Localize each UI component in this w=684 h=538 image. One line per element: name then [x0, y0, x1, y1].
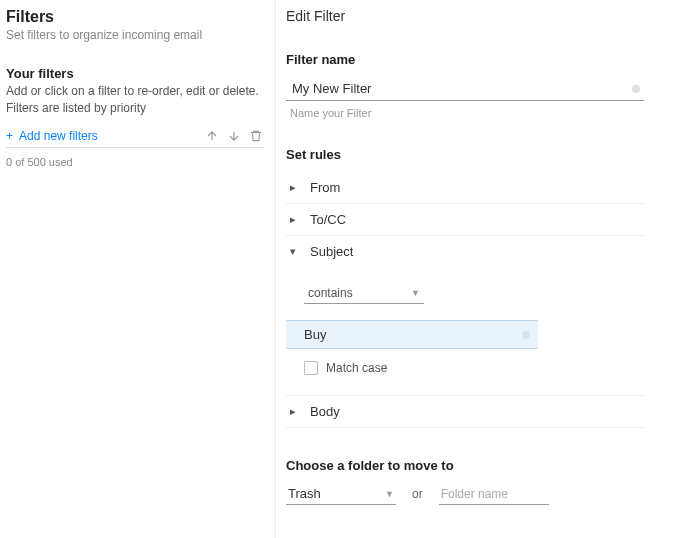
rule-body-label: Body [310, 404, 340, 419]
folder-select[interactable]: Trash ▼ [286, 483, 396, 505]
subject-condition-select[interactable]: contains ▼ [304, 283, 424, 304]
rule-body[interactable]: ▸ Body [286, 396, 644, 428]
folder-name-input[interactable]: Folder name [439, 484, 549, 505]
match-case-row: Match case [304, 361, 644, 375]
arrow-up-icon[interactable] [205, 129, 219, 143]
rule-subject-body: contains ▼ Buy Match case [286, 267, 644, 396]
set-rules-label: Set rules [286, 147, 644, 162]
subject-condition-value: contains [308, 286, 353, 300]
filter-name-value: My New Filter [292, 81, 371, 96]
folder-row: Trash ▼ or Folder name [286, 483, 644, 505]
folder-name-placeholder: Folder name [441, 487, 508, 501]
edit-filter-title: Edit Filter [286, 8, 644, 24]
filter-name-helper: Name your Filter [286, 107, 644, 119]
plus-icon: + [6, 129, 13, 143]
subject-value-input[interactable]: Buy [286, 320, 538, 349]
chevron-down-icon: ▾ [290, 245, 300, 258]
caret-down-icon: ▼ [385, 489, 394, 499]
clear-icon[interactable] [522, 331, 530, 339]
rule-tocc-label: To/CC [310, 212, 346, 227]
chevron-right-icon: ▸ [290, 181, 300, 194]
clear-icon[interactable] [632, 85, 640, 93]
rule-from-label: From [310, 180, 340, 195]
page-subtitle: Set filters to organize incoming email [6, 28, 263, 42]
add-filters-label: Add new filters [19, 129, 98, 143]
page-title: Filters [6, 8, 263, 26]
rule-tocc[interactable]: ▸ To/CC [286, 204, 644, 236]
trash-icon[interactable] [249, 129, 263, 143]
chevron-right-icon: ▸ [290, 213, 300, 226]
your-filters-desc: Add or click on a filter to re-order, ed… [6, 83, 263, 117]
filter-name-label: Filter name [286, 52, 644, 67]
filter-controls [205, 129, 263, 143]
your-filters-title: Your filters [6, 66, 263, 81]
match-case-label: Match case [326, 361, 387, 375]
arrow-down-icon[interactable] [227, 129, 241, 143]
add-filters-link[interactable]: + Add new filters [6, 129, 98, 143]
choose-folder-label: Choose a folder to move to [286, 458, 644, 473]
left-panel: Filters Set filters to organize incoming… [0, 0, 275, 538]
caret-down-icon: ▼ [411, 288, 420, 298]
rule-subject[interactable]: ▾ Subject [286, 236, 644, 267]
subject-value-text: Buy [304, 327, 326, 342]
chevron-right-icon: ▸ [290, 405, 300, 418]
add-filters-row: + Add new filters [6, 129, 263, 148]
usage-text: 0 of 500 used [6, 156, 263, 168]
match-case-checkbox[interactable] [304, 361, 318, 375]
right-panel: Edit Filter Filter name My New Filter Na… [275, 0, 684, 538]
filter-name-input[interactable]: My New Filter [286, 77, 644, 101]
rule-from[interactable]: ▸ From [286, 172, 644, 204]
folder-select-value: Trash [288, 486, 321, 501]
rule-subject-label: Subject [310, 244, 353, 259]
or-label: or [412, 487, 423, 501]
